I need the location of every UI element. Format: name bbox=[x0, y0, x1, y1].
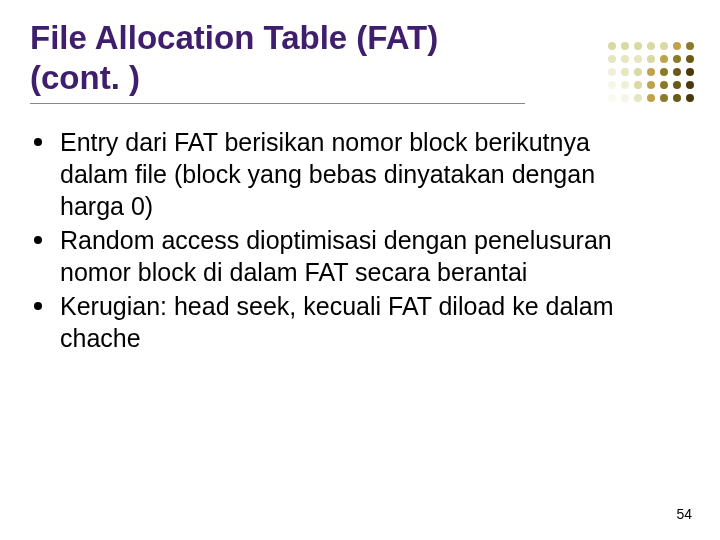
bullet-icon bbox=[34, 236, 42, 244]
dot-icon bbox=[686, 81, 694, 89]
bullet-text: Random access dioptimisasi dengan penelu… bbox=[60, 224, 620, 288]
bullet-icon bbox=[34, 138, 42, 146]
dot-icon bbox=[621, 94, 629, 102]
dot-icon bbox=[634, 55, 642, 63]
dot-icon bbox=[608, 94, 616, 102]
slide-title: File Allocation Table (FAT) (cont. ) bbox=[30, 18, 525, 97]
dot-icon bbox=[621, 42, 629, 50]
dot-icon bbox=[647, 94, 655, 102]
dot-icon bbox=[673, 42, 681, 50]
dot-icon bbox=[673, 55, 681, 63]
dot-icon bbox=[660, 81, 668, 89]
dot-icon bbox=[673, 94, 681, 102]
corner-dots-decoration bbox=[608, 42, 696, 104]
dot-icon bbox=[634, 42, 642, 50]
dot-icon bbox=[621, 68, 629, 76]
dot-icon bbox=[673, 81, 681, 89]
list-item: Kerugian: head seek, kecuali FAT diload … bbox=[34, 290, 690, 354]
dot-icon bbox=[634, 81, 642, 89]
list-item: Random access dioptimisasi dengan penelu… bbox=[34, 224, 690, 288]
dot-icon bbox=[608, 68, 616, 76]
slide-body: Entry dari FAT berisikan nomor block ber… bbox=[30, 126, 690, 354]
dot-icon bbox=[686, 42, 694, 50]
bullet-text: Entry dari FAT berisikan nomor block ber… bbox=[60, 126, 620, 222]
dot-icon bbox=[608, 42, 616, 50]
dot-icon bbox=[608, 81, 616, 89]
bullet-text: Kerugian: head seek, kecuali FAT diload … bbox=[60, 290, 620, 354]
dot-icon bbox=[660, 55, 668, 63]
dot-icon bbox=[686, 55, 694, 63]
dot-icon bbox=[647, 42, 655, 50]
dot-icon bbox=[647, 68, 655, 76]
slide: File Allocation Table (FAT) (cont. ) Ent… bbox=[0, 0, 720, 540]
dot-icon bbox=[686, 94, 694, 102]
dot-icon bbox=[608, 55, 616, 63]
dot-icon bbox=[647, 55, 655, 63]
list-item: Entry dari FAT berisikan nomor block ber… bbox=[34, 126, 690, 222]
title-area: File Allocation Table (FAT) (cont. ) bbox=[30, 18, 525, 104]
dot-icon bbox=[647, 81, 655, 89]
dot-icon bbox=[660, 94, 668, 102]
dot-icon bbox=[660, 42, 668, 50]
dot-icon bbox=[621, 81, 629, 89]
dot-icon bbox=[634, 68, 642, 76]
page-number: 54 bbox=[676, 506, 692, 522]
bullet-icon bbox=[34, 302, 42, 310]
dot-icon bbox=[686, 68, 694, 76]
dot-icon bbox=[673, 68, 681, 76]
dot-icon bbox=[660, 68, 668, 76]
dot-icon bbox=[634, 94, 642, 102]
dot-icon bbox=[621, 55, 629, 63]
